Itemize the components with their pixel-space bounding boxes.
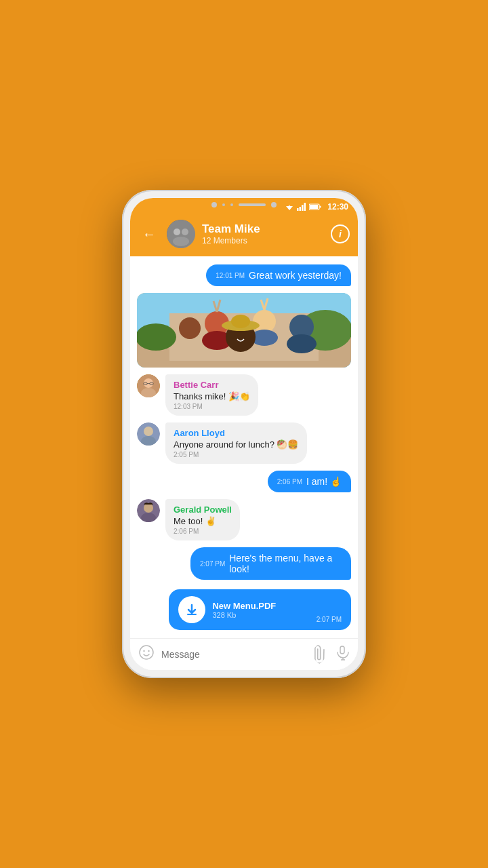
- svg-rect-9: [310, 205, 318, 209]
- svg-point-28: [287, 334, 317, 353]
- back-button[interactable]: ←: [138, 225, 160, 243]
- msg6-time: 2:06 PM: [174, 528, 232, 535]
- svg-point-35: [144, 378, 153, 388]
- msg7-text: Here's the menu, have a look!: [229, 553, 342, 574]
- svg-rect-3: [297, 208, 299, 211]
- svg-point-48: [143, 650, 144, 652]
- message-outgoing-3: 2:07 PM Here's the menu, have a look!: [137, 547, 351, 580]
- info-button[interactable]: i: [331, 224, 350, 243]
- message-aaron: Aaron Lloyd Anyone around for lunch? 🥙🍔 …: [137, 422, 351, 464]
- msg1-text: Great work yesterday!: [249, 270, 342, 281]
- svg-point-18: [137, 323, 176, 351]
- svg-rect-6: [304, 203, 306, 211]
- svg-point-11: [174, 229, 180, 235]
- file-download-icon-circle: [178, 596, 205, 623]
- bubble-out-3: 2:07 PM Here's the menu, have a look!: [190, 547, 351, 580]
- message-bettie: Bettie Carr Thanks mike! 🎉👏 12:03 PM: [137, 374, 351, 416]
- wifi-icon: [285, 203, 294, 211]
- file-time: 2:07 PM: [317, 616, 342, 623]
- msg5-time: 2:06 PM: [277, 478, 302, 486]
- msg5-text: I am! ☝️: [306, 476, 342, 487]
- svg-point-41: [144, 427, 153, 436]
- svg-rect-5: [302, 205, 304, 211]
- file-name: New Menu.PDF: [212, 601, 309, 611]
- speaker-slit: [239, 203, 266, 206]
- svg-point-26: [231, 315, 250, 328]
- signal-icon: [297, 203, 306, 211]
- svg-point-12: [182, 229, 188, 235]
- file-size: 328 Kb: [212, 611, 309, 619]
- sender-gerald: Gerald Powell: [174, 505, 232, 515]
- sensor-dot: [222, 203, 225, 206]
- svg-marker-2: [289, 205, 291, 207]
- download-icon: [185, 603, 199, 616]
- status-icons: [285, 203, 321, 211]
- sender-bettie: Bettie Carr: [174, 380, 250, 390]
- file-info: New Menu.PDF 328 Kb: [212, 601, 309, 619]
- svg-point-49: [148, 650, 149, 652]
- message-input[interactable]: [161, 649, 306, 660]
- group-name: Team Mike: [202, 222, 324, 236]
- header-info: Team Mike 12 Members: [202, 222, 324, 245]
- msg1-time: 12:01 PM: [216, 272, 245, 279]
- phone-screen: 12:30 ← Team Mike 12 Members i: [130, 198, 358, 670]
- sensor-dot2: [230, 203, 233, 206]
- emoji-button[interactable]: [138, 644, 155, 665]
- sender-aaron: Aaron Lloyd: [174, 428, 299, 438]
- avatar-gerald: [137, 499, 160, 522]
- msg4-text: Anyone around for lunch? 🥙🍔: [174, 439, 299, 450]
- svg-point-29: [179, 317, 201, 339]
- message-outgoing-1: 12:01 PM Great work yesterday!: [137, 264, 351, 286]
- attach-button[interactable]: [309, 643, 333, 667]
- avatar-aaron: [137, 422, 160, 446]
- mic-button[interactable]: [335, 646, 350, 664]
- chat-header: ← Team Mike 12 Members i: [130, 214, 358, 256]
- camera-dot: [211, 202, 217, 208]
- camera-dot2: [271, 202, 277, 208]
- file-message: New Menu.PDF 328 Kb 2:07 PM: [137, 587, 351, 630]
- bubble-gerald: Gerald Powell Me too! ✌️ 2:06 PM: [165, 499, 240, 540]
- group-photo: [137, 293, 351, 368]
- svg-point-44: [144, 503, 153, 513]
- input-bar: [130, 638, 358, 670]
- svg-rect-4: [300, 207, 302, 211]
- chat-area: 12:01 PM Great work yesterday!: [130, 256, 358, 638]
- message-outgoing-2: 2:06 PM I am! ☝️: [137, 471, 351, 492]
- avatar-bettie: [137, 374, 160, 397]
- msg7-time: 2:07 PM: [200, 560, 225, 568]
- svg-point-47: [140, 646, 153, 659]
- svg-rect-50: [340, 646, 344, 654]
- bubble-bettie: Bettie Carr Thanks mike! 🎉👏 12:03 PM: [165, 374, 258, 416]
- bubble-aaron: Aaron Lloyd Anyone around for lunch? 🥙🍔 …: [165, 422, 307, 464]
- msg4-time: 2:05 PM: [174, 451, 299, 458]
- msg6-text: Me too! ✌️: [174, 516, 232, 526]
- file-bubble[interactable]: New Menu.PDF 328 Kb 2:07 PM: [169, 589, 351, 630]
- svg-point-13: [173, 237, 189, 246]
- group-avatar: [167, 220, 195, 248]
- msg3-text: Thanks mike! 🎉👏: [174, 391, 250, 401]
- svg-point-21: [253, 310, 276, 333]
- phone-frame: 12:30 ← Team Mike 12 Members i: [122, 190, 366, 678]
- group-members: 12 Members: [202, 236, 324, 245]
- bubble-out-2: 2:06 PM I am! ☝️: [268, 471, 351, 492]
- svg-rect-8: [320, 206, 321, 208]
- message-gerald: Gerald Powell Me too! ✌️ 2:06 PM: [137, 499, 351, 540]
- status-time: 12:30: [327, 202, 348, 212]
- battery-icon: [309, 203, 321, 210]
- bubble-out-1: 12:01 PM Great work yesterday!: [206, 264, 351, 286]
- msg3-time: 12:03 PM: [174, 403, 250, 410]
